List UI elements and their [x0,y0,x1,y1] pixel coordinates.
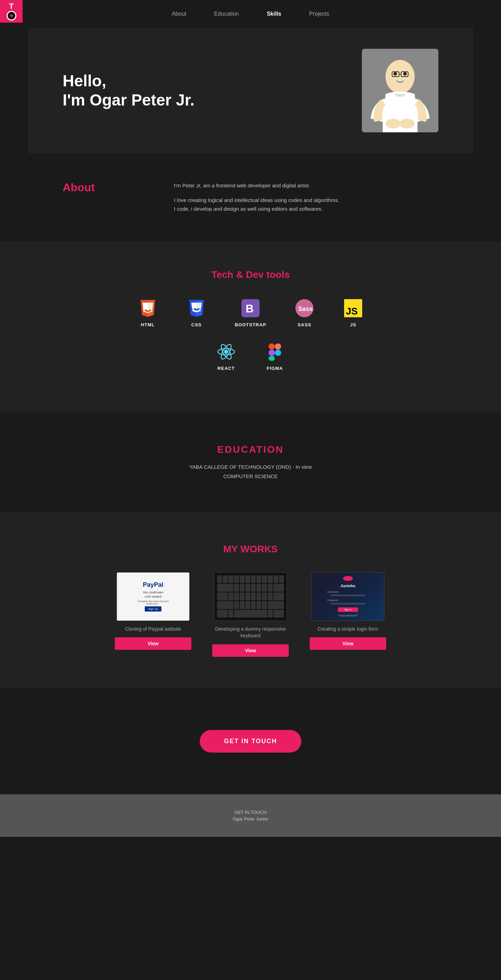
svg-point-3 [400,119,415,129]
skill-css: CSS [186,298,207,327]
works-title: MY WORKS [35,544,466,555]
skill-bootstrap: B BOOTSTRAP [235,298,266,327]
skill-html: HTML [138,298,158,327]
skills-row-2: REACT FIGMA [0,341,501,371]
nav-link-projects[interactable]: Projects [309,11,330,17]
sass-icon: Sass [294,298,315,319]
contact-section: GET IN TOUCH [0,688,501,794]
svg-point-4 [393,72,397,76]
skills-row-1: HTML CSS B [0,298,501,327]
svg-text:B: B [246,302,254,315]
footer-line2: Ogar Peter Junior [0,816,501,821]
nav-link-education[interactable]: Education [214,11,239,17]
nav-link-about[interactable]: About [172,11,187,17]
logo-letter: T [9,2,14,10]
footer-line1: GET IN TOUCH [0,810,501,815]
skills-section: Tech & Dev tools HTML [0,241,501,413]
work-label-paypal: Cloning of Paypal website [125,626,181,633]
svg-text:JS: JS [346,306,358,317]
svg-point-5 [403,72,407,76]
js-label: JS [350,322,356,327]
view-btn-login[interactable]: View [310,637,386,650]
js-icon: JS [343,298,363,319]
css-icon [186,298,207,319]
navbar: T About Education Skills Projects [0,0,501,28]
skill-js: JS JS [343,298,363,327]
svg-point-2 [385,119,401,129]
footer: GET IN TOUCH Ogar Peter Junior [0,794,501,837]
skills-title: Tech & Dev tools [0,269,501,280]
figma-label: FIGMA [267,366,283,371]
work-label-keyboard: Developing a dummy responsive keyboard [212,626,289,640]
react-label: REACT [217,366,235,371]
login-avatar-thumb [343,576,353,581]
css-label: CSS [191,322,202,327]
works-section: MY WORKS PayPal You could earna £5 rewar… [0,512,501,688]
html-label: HTML [141,322,155,327]
work-label-login: Creating a simple login form [318,626,378,633]
svg-rect-34 [269,356,275,361]
about-para2: I love creating logical and intellectual… [174,196,341,213]
svg-point-35 [275,350,281,356]
view-btn-keyboard[interactable]: View [212,644,289,657]
nav-item-about[interactable]: About [172,11,187,17]
bootstrap-icon: B [240,298,261,319]
html-icon [138,298,158,319]
nav-item-skills[interactable]: Skills [267,11,281,17]
education-course: COMPUTER SCIENCE [0,471,501,481]
skill-sass: Sass SASS [294,298,315,327]
work-card-keyboard: Developing a dummy responsive keyboard V… [212,572,289,657]
nav-item-projects[interactable]: Projects [309,11,330,17]
work-thumb-keyboard [214,572,287,621]
work-card-login: Juninho Username Password Sign In Forgot… [310,572,386,657]
svg-rect-32 [275,344,281,350]
svg-rect-33 [269,350,275,356]
hero-text: Hello, I'm Ogar Peter Jr. [63,72,195,110]
svg-point-1 [385,60,415,93]
education-school: YABA CALLEGE OF TECHNOLOGY (OND) - In vi… [0,462,501,471]
nav-item-education[interactable]: Education [214,11,239,17]
works-grid: PayPal You could earna £5 reward Complet… [35,572,466,657]
nav-link-skills[interactable]: Skills [267,11,281,17]
work-card-paypal: PayPal You could earna £5 reward Complet… [115,572,191,657]
hero-image [362,49,438,132]
hero-greeting: Hello, I'm Ogar Peter Jr. [63,72,195,110]
logo[interactable]: T [0,0,22,23]
bootstrap-label: BOOTSTRAP [235,322,266,327]
svg-text:Sass: Sass [298,305,313,312]
skill-figma: FIGMA [265,341,285,371]
contact-button[interactable]: GET IN TOUCH [200,730,302,752]
logo-disc [6,11,16,21]
about-description: I'm Peter Jr, am a frontend web develope… [174,181,341,213]
about-title: About [63,181,105,194]
education-title: EDUCATION [0,444,501,455]
figma-icon [265,341,285,362]
svg-rect-31 [269,344,275,350]
about-section: About I'm Peter Jr, am a frontend web de… [0,153,501,241]
work-thumb-login: Juninho Username Password Sign In Forgot… [311,572,384,621]
svg-point-27 [224,350,228,354]
sass-label: SASS [298,322,311,327]
view-btn-paypal[interactable]: View [115,637,191,650]
skill-react: REACT [216,341,236,371]
hero-section: Hello, I'm Ogar Peter Jr. [28,28,473,153]
nav-links: About Education Skills Projects [172,11,330,17]
react-icon [216,341,236,362]
education-section: EDUCATION YABA CALLEGE OF TECHNOLOGY (ON… [0,413,501,512]
work-thumb-paypal: PayPal You could earna £5 reward Complet… [117,572,190,621]
about-para1: I'm Peter Jr, am a frontend web develope… [174,181,341,190]
